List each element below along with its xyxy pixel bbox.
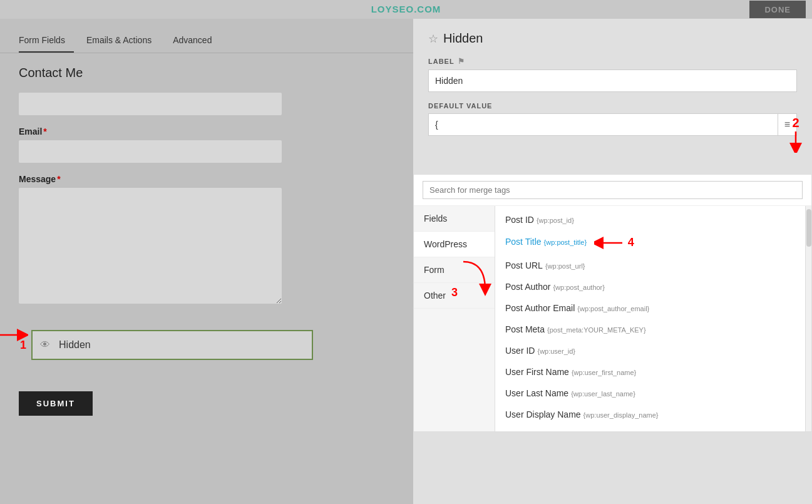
category-fields[interactable]: Fields (414, 206, 495, 232)
eye-icon: 👁 (40, 339, 50, 351)
merge-tag-user-first-name[interactable]: User First Name {wp:user_first_name} (495, 361, 805, 383)
annotation-2: 2 (792, 116, 799, 130)
left-panel: Form Fields Emails & Actions Advanced Co… (0, 19, 413, 504)
merge-tag-post-meta[interactable]: Post Meta {post_meta:YOUR_META_KEY} (495, 319, 805, 340)
annotation-2-container: 2 (787, 116, 804, 153)
name-input[interactable] (19, 93, 282, 115)
email-label: Email* (19, 126, 394, 136)
default-value-section: DEFAULT VALUE ≡ (428, 102, 797, 136)
right-panel: ☆ Hidden LABEL ⚑ DEFAULT VALUE ≡ 2 (413, 19, 812, 504)
scrollbar-thumb[interactable] (806, 209, 811, 247)
arrow-1-indicator (0, 322, 28, 351)
annotation-4-container: 4 (594, 236, 634, 249)
form-area: Contact Me Email* Message* (0, 53, 413, 504)
name-field-group (19, 93, 394, 115)
top-bar: LOYSEO.COM DONE (0, 0, 812, 19)
panel-title: ☆ Hidden (428, 31, 797, 46)
scrollbar-track[interactable] (805, 206, 811, 431)
search-bar (414, 175, 811, 206)
form-title: Contact Me (19, 66, 394, 80)
main-layout: Form Fields Emails & Actions Advanced Co… (0, 19, 812, 504)
arrow-2-icon (787, 130, 804, 153)
message-label: Message* (19, 174, 394, 184)
email-input[interactable] (19, 140, 282, 163)
panel-title-text: Hidden (443, 31, 483, 46)
merge-tag-post-url[interactable]: Post URL {wp:post_url} (495, 255, 805, 276)
watermark: LOYSEO.COM (371, 4, 441, 14)
merge-tag-list: Post ID {wp:post_id} Post Title {wp:post… (495, 206, 805, 431)
merge-tag-post-id[interactable]: Post ID {wp:post_id} (495, 209, 805, 230)
hidden-field-label: Hidden (59, 339, 91, 351)
merge-tag-post-author[interactable]: Post Author {wp:post_author} (495, 276, 805, 297)
merge-tag-user-id[interactable]: User ID {wp:user_id} (495, 340, 805, 361)
label-info-icon: ⚑ (458, 57, 465, 66)
star-icon: ☆ (428, 32, 438, 46)
tab-form-fields[interactable]: Form Fields (19, 30, 74, 53)
default-value-input-wrap: ≡ (428, 113, 797, 136)
message-field-group: Message* (19, 174, 394, 306)
arrow-4-icon (594, 237, 625, 249)
submit-button[interactable]: SUBMIT (19, 391, 93, 416)
category-wordpress[interactable]: WordPress (414, 232, 495, 257)
merge-tag-post-title[interactable]: Post Title {wp:post_title} (495, 230, 805, 255)
done-button[interactable]: DONE (749, 1, 806, 18)
merge-tag-post-author-email[interactable]: Post Author Email {wp:post_author_email} (495, 297, 805, 319)
tabs: Form Fields Emails & Actions Advanced (0, 19, 413, 53)
category-other[interactable]: Other (414, 283, 495, 309)
default-value-input[interactable] (429, 120, 778, 130)
dropdown-panel: Fields WordPress Form Other 3 (413, 174, 812, 432)
hidden-field-row[interactable]: 👁 Hidden (31, 330, 313, 360)
email-field-group: Email* (19, 126, 394, 163)
message-input[interactable] (19, 188, 282, 304)
tab-advanced[interactable]: Advanced (173, 30, 220, 53)
category-list: Fields WordPress Form Other 3 (414, 206, 495, 431)
label-section: LABEL ⚑ (428, 57, 797, 92)
category-form[interactable]: Form (414, 257, 495, 283)
merge-tag-user-last-name[interactable]: User Last Name {wp:user_last_name} (495, 383, 805, 404)
default-value-heading: DEFAULT VALUE (428, 102, 797, 110)
tab-emails-actions[interactable]: Emails & Actions (86, 30, 160, 53)
search-input[interactable] (423, 181, 803, 199)
dropdown-content: Fields WordPress Form Other 3 (414, 206, 811, 431)
annotation-1: 1 (20, 339, 26, 352)
label-input[interactable] (428, 69, 797, 92)
label-section-heading: LABEL ⚑ (428, 57, 797, 66)
merge-tag-user-display-name[interactable]: User Display Name {wp:user_display_name} (495, 404, 805, 425)
